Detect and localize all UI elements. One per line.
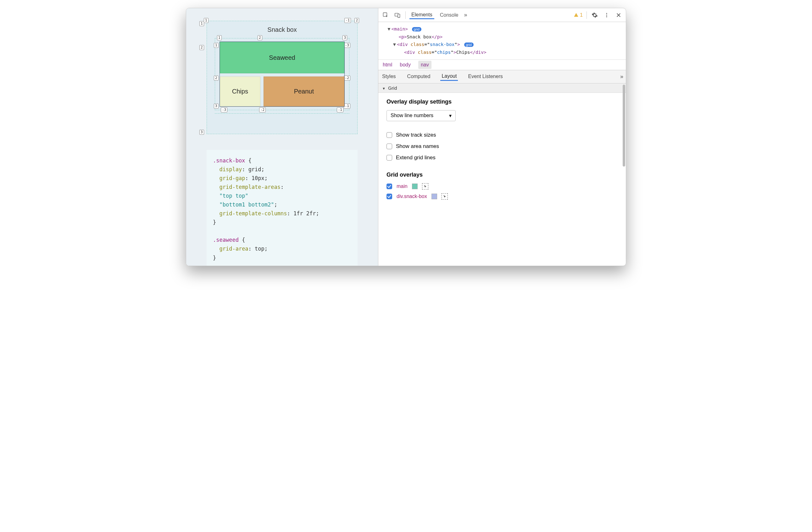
grid-line-label: 3 <box>214 103 219 109</box>
dom-node-p[interactable]: <p>Snack box</p> <box>382 33 622 41</box>
divider <box>405 11 406 19</box>
checkbox-icon[interactable] <box>387 143 392 149</box>
svg-point-4 <box>606 14 607 15</box>
grid-badge[interactable]: grid <box>412 27 421 31</box>
grid-line-label: -1 <box>337 107 344 112</box>
tab-console[interactable]: Console <box>438 11 460 19</box>
checkbox-icon[interactable] <box>387 183 392 189</box>
breadcrumb: html body nav <box>378 59 626 70</box>
grid-overlays-heading: Grid overlays <box>387 171 618 178</box>
checkbox-label: Extend grid lines <box>396 155 436 161</box>
more-subtabs-icon[interactable]: » <box>620 73 623 80</box>
grid-section-header[interactable]: Grid <box>378 83 626 93</box>
color-swatch[interactable] <box>432 194 437 199</box>
checkbox-label: Show area names <box>396 143 439 150</box>
subtab-event-listeners[interactable]: Event Listeners <box>467 72 504 81</box>
subtab-styles[interactable]: Styles <box>381 72 397 81</box>
breadcrumb-nav[interactable]: nav <box>418 61 432 69</box>
overlay-mode-dropdown[interactable]: Show line numbers ▾ <box>387 110 456 121</box>
page-title: Snack box <box>215 26 349 33</box>
grid-overlay-item-snack-box[interactable]: div.snack-box <box>387 193 618 199</box>
color-swatch[interactable] <box>412 183 418 189</box>
checkbox-show-area-names[interactable]: Show area names <box>387 143 618 150</box>
checkbox-show-track-sizes[interactable]: Show track sizes <box>387 132 618 138</box>
devtools-panel: Elements Console » 1 ▼<main> grid <p>Sna… <box>378 8 626 266</box>
grid-line-label: 1 <box>204 18 208 23</box>
devtools-window: 1 -1 2 1 2 3 Snack box 1 2 3 1 2 3 -3 <box>186 8 626 266</box>
grid-cell-seaweed: Seaweed <box>220 42 344 73</box>
svg-rect-2 <box>398 14 400 17</box>
rendered-page: 1 -1 2 1 2 3 Snack box 1 2 3 1 2 3 -3 <box>207 21 358 134</box>
grid-cell-chips: Chips <box>220 76 260 107</box>
checkbox-icon[interactable] <box>387 155 392 160</box>
breadcrumb-html[interactable]: html <box>383 62 392 68</box>
warnings-count: 1 <box>580 12 583 18</box>
grid-line-label: 2 <box>214 75 219 81</box>
dom-node-main[interactable]: ▼<main> grid <box>382 25 622 33</box>
overlay-settings-heading: Overlay display settings <box>387 99 618 105</box>
close-icon[interactable] <box>614 11 623 19</box>
more-tabs-icon[interactable]: » <box>464 12 467 18</box>
grid-line-label: 1 <box>217 35 222 40</box>
css-source-view: .snack-box { display: grid; grid-gap: 10… <box>207 150 358 266</box>
inspect-icon[interactable] <box>381 11 390 19</box>
highlight-icon[interactable] <box>441 193 448 199</box>
highlight-icon[interactable] <box>422 183 428 190</box>
devtools-toolbar: Elements Console » 1 <box>378 8 626 22</box>
svg-point-5 <box>606 16 607 17</box>
checkbox-icon[interactable] <box>387 194 392 199</box>
grid-overlay-item-main[interactable]: main <box>387 183 618 190</box>
dom-node-chips[interactable]: <div class="chips">Chips</div> <box>382 48 622 56</box>
chevron-down-icon: ▾ <box>449 113 452 119</box>
dropdown-selected: Show line numbers <box>391 113 433 118</box>
warnings-badge[interactable]: 1 <box>574 12 583 18</box>
outer-grid-overlay: 1 2 3 1 2 3 -3 -2 -1 -3 -2 -1 Sea <box>215 38 349 110</box>
overlay-display-settings: Overlay display settings Show line numbe… <box>378 93 626 171</box>
dom-node-snack-box[interactable]: ▼<div class="snack-box"> grid <box>382 41 622 48</box>
grid-line-label: 3 <box>343 35 347 40</box>
gear-icon[interactable] <box>591 11 599 19</box>
grid-cell-peanut: Peanut <box>263 76 344 107</box>
breadcrumb-body[interactable]: body <box>400 62 411 68</box>
kebab-icon[interactable] <box>603 11 611 19</box>
subtab-computed[interactable]: Computed <box>406 72 432 81</box>
viewport-pane: 1 -1 2 1 2 3 Snack box 1 2 3 1 2 3 -3 <box>186 8 378 266</box>
tab-elements[interactable]: Elements <box>409 11 434 19</box>
grid-line-label: 2 <box>199 45 204 50</box>
grid-line-label: 2 <box>354 18 359 23</box>
grid-line-label: -2 <box>259 107 266 112</box>
svg-point-3 <box>606 13 607 14</box>
checkbox-icon[interactable] <box>387 132 392 138</box>
layout-panel: Grid Overlay display settings Show line … <box>378 83 626 266</box>
checkbox-label: Show track sizes <box>396 132 436 138</box>
snack-box-grid: Seaweed Chips Peanut <box>219 42 345 107</box>
overlay-selector-label: main <box>396 183 408 189</box>
styles-subtabs: Styles Computed Layout Event Listeners » <box>378 70 626 83</box>
grid-line-label: 1 <box>214 43 219 48</box>
grid-line-label: 2 <box>258 35 262 40</box>
grid-line-label: -3 <box>221 107 227 112</box>
checkbox-extend-grid-lines[interactable]: Extend grid lines <box>387 155 618 161</box>
grid-badge[interactable]: grid <box>464 42 474 47</box>
dom-tree[interactable]: ▼<main> grid <p>Snack box</p> ▼<div clas… <box>378 22 626 59</box>
grid-overlays-section: Grid overlays main div.snack-box <box>378 171 626 209</box>
grid-line-label: -1 <box>344 18 351 23</box>
grid-line-label: 1 <box>199 21 204 26</box>
divider <box>586 11 587 19</box>
device-toggle-icon[interactable] <box>393 11 402 19</box>
grid-line-label: 3 <box>199 130 204 135</box>
overlay-selector-label: div.snack-box <box>396 194 427 199</box>
subtab-layout[interactable]: Layout <box>440 72 458 81</box>
scrollbar[interactable] <box>623 85 625 167</box>
